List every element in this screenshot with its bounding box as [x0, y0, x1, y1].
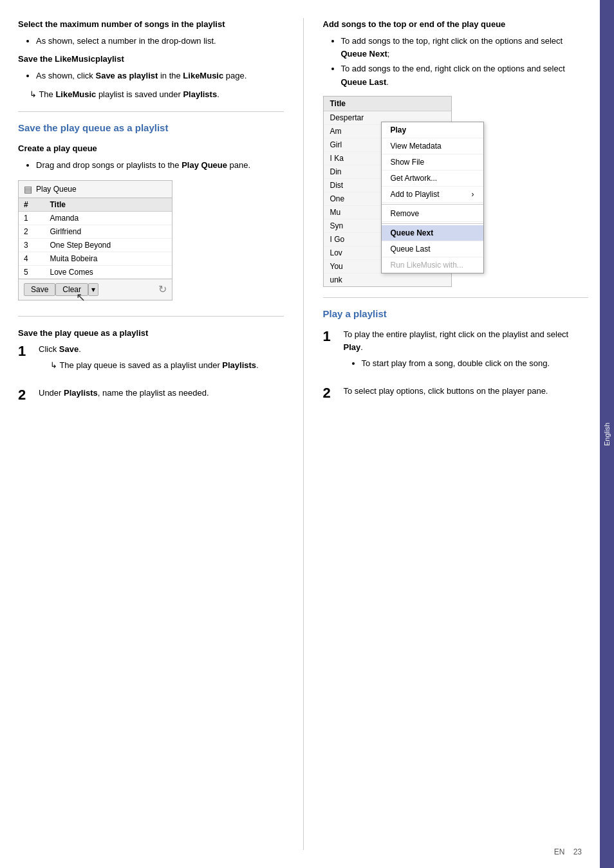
row-title: Amanda [44, 211, 172, 225]
sync-icon: ↻ [158, 283, 167, 295]
step-1: 1 Click Save. The play queue is saved as… [18, 343, 284, 378]
menu-item[interactable]: Add to Playlist › [382, 187, 483, 203]
row-title: Muita Bobeira [44, 252, 172, 265]
lang-label: EN [554, 847, 565, 856]
left-column: Select the maximum number of songs in th… [18, 18, 304, 850]
menu-item[interactable]: View Metadata [382, 138, 483, 154]
menu-item[interactable]: Remove [382, 206, 483, 222]
step1-sub: The play queue is saved as a playlist un… [50, 359, 284, 373]
play-queue-table: # Title 1Amanda2Girlfriend3One Step Beyo… [19, 198, 172, 279]
play-queue-header: ▤ Play Queue [19, 181, 172, 198]
right-column: Add songs to the top or end of the play … [304, 18, 589, 850]
col-header-num: # [19, 198, 44, 212]
table-row: 2Girlfriend [19, 225, 172, 238]
cm-col-title: Title [324, 97, 451, 111]
language-tab: English [600, 0, 614, 868]
menu-item[interactable]: Play [382, 122, 483, 138]
menu-separator [382, 204, 483, 205]
intro-heading: Select the maximum number of songs in th… [18, 18, 284, 31]
save-heading: Save the LikeMusicplaylist [18, 53, 284, 66]
bullet-top: To add songs to the top, right click on … [341, 35, 589, 62]
table-row: 3One Step Beyond [19, 238, 172, 252]
table-row: unk [324, 273, 451, 286]
divider-3 [323, 297, 589, 298]
cursor-icon-left: ↖ [76, 290, 284, 304]
save-button[interactable]: Save [24, 283, 55, 296]
save-sub-bullet: The LikeMusic playlist is saved under Pl… [30, 88, 284, 102]
context-menu-illustration: Title DespertarAmGirlI KaDinDistOneMuSyn… [323, 96, 529, 287]
table-row: 1Amanda [19, 211, 172, 225]
row-num: 5 [19, 265, 44, 279]
menu-separator [382, 223, 483, 224]
row-num: 1 [19, 211, 44, 225]
menu-item[interactable]: Queue Next [382, 225, 483, 241]
menu-item[interactable]: Show File [382, 154, 483, 171]
play-step-1: 1 To play the entire playlist, right cli… [323, 328, 589, 376]
divider-2 [18, 316, 284, 317]
table-row: 5Love Comes [19, 265, 172, 279]
create-bullet: Drag and drop songs or playlists to the … [36, 159, 284, 172]
page-number: 23 [573, 847, 582, 856]
menu-item[interactable]: Queue Last [382, 241, 483, 257]
col-header-title: Title [44, 198, 172, 212]
row-title: One Step Beyond [44, 238, 172, 252]
page-footer: EN 23 [554, 847, 582, 856]
create-heading: Create a play queue [18, 142, 284, 155]
section2-heading: Play a playlist [323, 308, 589, 322]
row-title: Love Comes [44, 265, 172, 279]
play-queue-title: Play Queue [36, 185, 77, 194]
save-bullet-1: As shown, click Save as playlist in the … [36, 69, 284, 83]
play-queue-widget: ▤ Play Queue # Title 1Amanda2Girlfriend3… [18, 180, 172, 300]
table-row: 4Muita Bobeira [19, 252, 172, 265]
section1-heading: Save the play queue as a playlist [18, 122, 284, 136]
clear-dropdown-button[interactable]: ▾ [88, 283, 98, 296]
save-steps-heading: Save the play queue as a playlist [18, 327, 284, 340]
row-num: 3 [19, 238, 44, 252]
menu-item[interactable]: Run LikeMusic with... [382, 257, 483, 273]
play-step1-sub: To start play from a song, double click … [362, 357, 589, 371]
playlist-icon: ▤ [24, 184, 32, 194]
add-songs-heading: Add songs to the top or end of the play … [323, 18, 589, 31]
step-2: 2 Under Playlists, name the playlist as … [18, 387, 284, 403]
play-step-2: 2 To select play options, click buttons … [323, 385, 589, 402]
menu-item[interactable]: Get Artwork... [382, 171, 483, 187]
row-num: 2 [19, 225, 44, 238]
row-title: Girlfriend [44, 225, 172, 238]
bullet-end: To add songs to the end, right click on … [341, 62, 589, 89]
cm-row: unk [324, 273, 451, 286]
row-num: 4 [19, 252, 44, 265]
context-menu-popup: PlayView MetadataShow FileGet Artwork...… [381, 122, 484, 273]
pq-buttons: Save Clear ▾ [24, 283, 98, 296]
intro-bullet: As shown, select a number in the drop-do… [36, 35, 284, 48]
divider-1 [18, 111, 284, 112]
